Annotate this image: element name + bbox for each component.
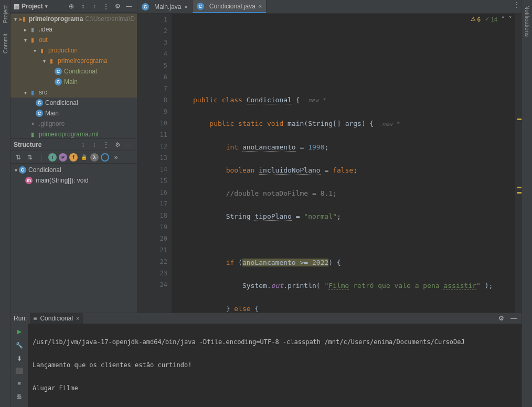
tree-src-main[interactable]: CMain <box>10 108 137 119</box>
line-gutter[interactable]: 1 2 3 4 5 6 7 8 9 10 11 12 13 14 15 16 1 <box>137 14 172 313</box>
checks-badge[interactable]: ✓ 14 <box>485 16 497 23</box>
run-hide-icon[interactable] <box>509 314 518 323</box>
layout-icon[interactable] <box>16 368 23 374</box>
run-config-icon: ≡ <box>33 315 37 322</box>
struct-gear-icon[interactable] <box>113 140 122 149</box>
struct-overflow-icon[interactable]: » <box>111 153 121 162</box>
print-icon[interactable] <box>15 392 24 401</box>
edit-config-icon[interactable] <box>15 340 24 350</box>
show-inherited-icon[interactable]: λ <box>90 153 99 162</box>
run-output-line: Alugar Filme <box>33 382 517 394</box>
run-toolbar <box>10 324 28 407</box>
show-fields-icon[interactable]: f <box>69 153 78 162</box>
error-stripe[interactable] <box>515 14 522 313</box>
run-title: Run: <box>14 315 27 322</box>
close-icon[interactable]: × <box>259 3 262 9</box>
struct-expand-icon[interactable] <box>78 140 88 149</box>
struct-hide-icon[interactable] <box>124 140 134 149</box>
show-anon-icon[interactable] <box>101 153 109 162</box>
prev-highlight-icon[interactable]: ˄ <box>502 16 505 23</box>
tabs-more-icon[interactable] <box>512 0 522 9</box>
gear-icon[interactable] <box>113 2 122 11</box>
editor-code[interactable]: public class Condicional { new * public … <box>172 14 515 313</box>
tree-src-condicional[interactable]: CCondicional <box>10 98 137 108</box>
structure-toolbar: | I P f λ » <box>10 151 137 164</box>
project-root[interactable]: ▾▸▮ primeiroprograma C:\Users\enima\D <box>10 14 137 24</box>
tree-iml[interactable]: ▮primeiroprograma.iml <box>10 129 137 138</box>
run-panel-header: Run: ≡ Condicional × <box>10 313 522 324</box>
locate-icon[interactable] <box>67 2 76 11</box>
divider-icon: | <box>37 153 46 162</box>
show-properties-icon[interactable]: P <box>59 153 67 162</box>
tree-idea[interactable]: ▸▮.idea <box>10 24 137 35</box>
sort-visibility-icon[interactable] <box>25 153 35 162</box>
structure-panel-header: Structure <box>10 138 137 151</box>
more-icon[interactable] <box>101 2 111 11</box>
next-highlight-icon[interactable]: ˅ <box>509 16 512 23</box>
commit-toolwindow-tab[interactable]: Commit <box>2 34 8 53</box>
run-output-line: Lançamento que os clientes estão curtind… <box>33 359 517 371</box>
run-config-tab[interactable]: ≡ Condicional × <box>30 313 82 324</box>
show-nonpublic-icon[interactable] <box>80 153 88 162</box>
notifications-toolwindow-tab[interactable]: Notifications <box>524 5 530 37</box>
tree-main-class[interactable]: CMain <box>10 77 137 87</box>
struct-collapse-icon[interactable] <box>90 140 99 149</box>
tree-gitignore[interactable]: .gitignore <box>10 119 137 129</box>
tab-main-java[interactable]: CMain.java× <box>137 0 193 13</box>
editor-tabstrip: CMain.java× CCondicional.java× <box>137 0 522 14</box>
show-interfaces-icon[interactable]: I <box>48 153 57 162</box>
project-tree[interactable]: ▾▸▮ primeiroprograma C:\Users\enima\D ▸▮… <box>10 13 137 138</box>
run-settings-icon[interactable] <box>496 314 506 323</box>
project-panel-title: Project <box>22 3 43 10</box>
structure-method-main[interactable]: mmain(String[]): void <box>10 175 137 186</box>
tree-out[interactable]: ▾▮out <box>10 35 137 45</box>
close-icon[interactable]: × <box>76 315 79 322</box>
struct-more-icon[interactable] <box>101 140 111 149</box>
tree-src[interactable]: ▾▮src <box>10 87 137 98</box>
tree-production[interactable]: ▾▮production <box>10 45 137 56</box>
structure-class[interactable]: ▾CCondicional <box>10 165 137 175</box>
run-output[interactable]: /usr/lib/jvm/java-17-openjdk-amd64/bin/j… <box>28 324 522 407</box>
root-path: C:\Users\enima\D <box>85 15 135 23</box>
structure-panel-title: Structure <box>14 141 76 148</box>
java-icon: C <box>197 3 204 10</box>
root-label: primeiroprograma <box>29 15 83 23</box>
rerun-icon[interactable] <box>15 327 24 336</box>
java-icon: C <box>142 3 149 10</box>
tree-condicional-class[interactable]: CCondicional <box>10 66 137 77</box>
tab-condicional-java[interactable]: CCondicional.java× <box>193 0 267 13</box>
stop-icon[interactable] <box>15 378 24 388</box>
down-icon[interactable] <box>15 354 24 363</box>
close-icon[interactable]: × <box>184 4 187 10</box>
folder-icon: ▦ <box>14 3 19 10</box>
tree-pkg[interactable]: ▾▮primeiroprograma <box>10 56 137 66</box>
collapse-all-icon[interactable] <box>90 2 99 11</box>
expand-all-icon[interactable] <box>78 2 88 11</box>
project-toolwindow-tab[interactable]: Project <box>2 5 8 23</box>
project-panel-header: ▦Project ▾ <box>10 0 137 13</box>
sort-alpha-icon[interactable] <box>14 153 23 162</box>
editor-body[interactable]: ⚠ 6 ✓ 14 ˄ ˅ 1 2 3 4 5 6 7 8 9 10 11 <box>137 14 522 313</box>
hide-icon[interactable] <box>124 2 134 11</box>
structure-tree[interactable]: ▾CCondicional mmain(String[]): void <box>10 164 137 313</box>
run-output-line: /usr/lib/jvm/java-17-openjdk-amd64/bin/j… <box>33 336 517 348</box>
warnings-badge[interactable]: ⚠ 6 <box>471 16 481 23</box>
